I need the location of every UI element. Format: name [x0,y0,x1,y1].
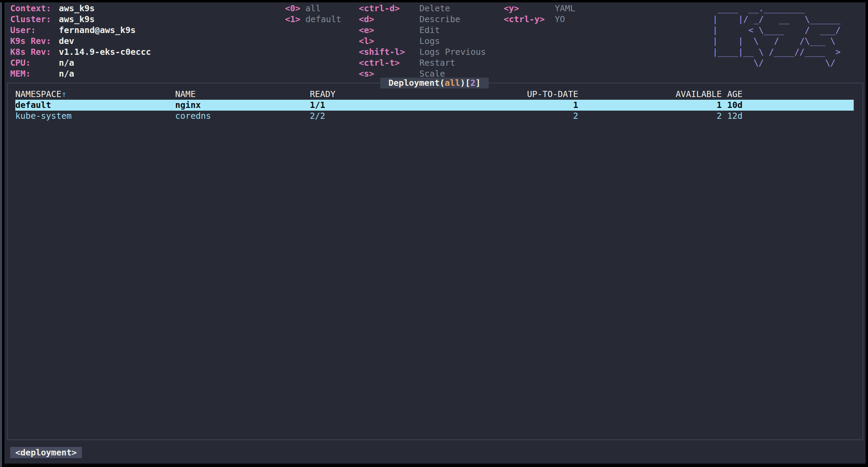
header-age: AGE [722,89,854,100]
window-edge [0,2,2,467]
hotkey-logs-previous[interactable]: <shift-l>Logs Previous [359,47,486,58]
hotkey-restart[interactable]: <ctrl-t>Restart [359,58,486,68]
hotkey-label: YAML [555,3,575,13]
cell-namespace: default [15,100,175,111]
k9s-terminal: Context:aws_k9s Cluster:aws_k9s User:fer… [4,2,866,464]
hotkey-yo[interactable]: <ctrl-y>YO [504,14,575,25]
hotkey-key: <l> [359,36,419,47]
cell-up-to-date: 1 [412,100,578,111]
logo-line: ____ __.________ [713,3,840,14]
info-row-k8s-rev: K8s Rev:v1.14.9-eks-c0eccc [10,47,151,58]
header-area: Context:aws_k9s Cluster:aws_k9s User:fer… [4,2,866,83]
info-value: dev [59,36,74,46]
header-namespace-label: NAMESPACE [15,89,61,99]
info-value: aws_k9s [59,14,95,24]
cell-ready: 1/1 [310,100,412,111]
info-value: n/a [59,69,74,79]
header-up-to-date: UP-TO-DATE [412,89,578,100]
info-row-k9s-rev: K9s Rev:dev [10,36,151,47]
info-row-cluster: Cluster:aws_k9s [10,14,151,25]
cell-name: nginx [175,100,310,111]
hotkey-label: all [305,3,321,13]
header-name: NAME [175,89,310,100]
info-value: n/a [59,58,74,68]
hotkey-key: <1> [285,14,305,25]
info-row-context: Context:aws_k9s [10,3,151,14]
title-separator: )[ [460,78,470,88]
sort-ascending-icon: ↑ [61,89,66,99]
info-value: aws_k9s [59,3,95,13]
info-label: Cluster: [10,14,59,25]
table-row-nginx[interactable]: default nginx 1/1 1 1 10d [15,100,854,111]
title-resource: Deployment( [388,78,445,88]
hotkey-key: <ctrl-d> [359,3,419,14]
info-label: Context: [10,3,59,14]
logo-line: |____|__ \ /____//____ > [713,47,840,58]
breadcrumb-deployment[interactable]: <deployment> [10,447,82,458]
header-available: AVAILABLE [578,89,722,100]
hotkey-logs[interactable]: <l>Logs [359,36,486,47]
hotkey-label: Logs Previous [419,47,486,57]
hotkey-label: Logs [419,36,440,46]
hotkey-label: default [305,14,341,24]
cell-up-to-date: 2 [412,111,578,122]
cell-age: 12d [722,111,854,122]
cluster-info-panel: Context:aws_k9s Cluster:aws_k9s User:fer… [10,3,151,79]
hotkey-describe[interactable]: <d>Describe [359,14,486,25]
logo-line: | | \ / /\___ \ [713,36,840,47]
breadcrumb-label: <deployment> [15,448,77,457]
info-label: User: [10,25,59,36]
title-close: ] [475,78,481,88]
table-row-coredns[interactable]: kube-system coredns 2/2 2 2 12d [15,111,854,122]
hotkey-column-namespaces: <0>all <1>default [285,3,341,25]
hotkey-key: <shift-l> [359,47,419,58]
cell-namespace: kube-system [15,111,175,122]
info-row-mem: MEM:n/a [10,68,151,79]
cell-available: 2 [578,111,722,122]
hotkey-yaml[interactable]: <y>YAML [504,3,575,14]
hotkey-delete[interactable]: <ctrl-d>Delete [359,3,486,14]
hotkey-key: <ctrl-t> [359,58,419,68]
hotkey-label: Delete [419,3,450,13]
info-row-cpu: CPU:n/a [10,58,151,68]
cell-available: 1 [578,100,722,111]
info-label: K9s Rev: [10,36,59,47]
hotkey-edit[interactable]: <e>Edit [359,25,486,36]
hotkey-label: YO [555,14,565,24]
hotkey-label: Scale [419,69,445,79]
hotkey-key: <e> [359,25,419,36]
hotkey-all[interactable]: <0>all [285,3,341,14]
info-value: v1.14.9-eks-c0eccc [59,47,151,57]
hotkey-key: <y> [504,3,555,14]
hotkey-key: <0> [285,3,305,14]
hotkey-label: Restart [419,58,455,68]
deployments-table: NAMESPACE↑ NAME READY UP-TO-DATE AVAILAB… [7,83,863,440]
logo-line: | |/ _/ __ \______ [713,14,840,25]
hotkey-column-yaml: <y>YAML <ctrl-y>YO [504,3,575,25]
table-header-row: NAMESPACE↑ NAME READY UP-TO-DATE AVAILAB… [15,89,854,100]
header-ready: READY [310,89,412,100]
cell-ready: 2/2 [310,111,412,122]
hotkey-key: <d> [359,14,419,25]
logo-line: \/ \/ [713,58,840,68]
hotkey-key: <ctrl-y> [504,14,555,25]
header-namespace: NAMESPACE↑ [15,89,175,100]
cell-age: 10d [722,100,854,111]
logo-line: | < \____ / ___/ [713,25,840,36]
table-title: Deployment(all)[2] [380,78,489,88]
info-label: MEM: [10,68,59,79]
hotkey-label: Describe [419,14,460,24]
info-value: fernand@aws_k9s [59,25,136,35]
info-label: K8s Rev: [10,47,59,58]
title-count: 2 [470,78,475,88]
k9s-ascii-logo: ____ __.________ | |/ _/ __ \______ | < … [713,3,840,68]
title-namespace: all [445,78,460,88]
hotkey-label: Edit [419,25,440,35]
hotkey-column-actions: <ctrl-d>Delete <d>Describe <e>Edit <l>Lo… [359,3,486,79]
hotkey-default[interactable]: <1>default [285,14,341,25]
cell-name: coredns [175,111,310,122]
info-label: CPU: [10,58,59,68]
info-row-user: User:fernand@aws_k9s [10,25,151,36]
